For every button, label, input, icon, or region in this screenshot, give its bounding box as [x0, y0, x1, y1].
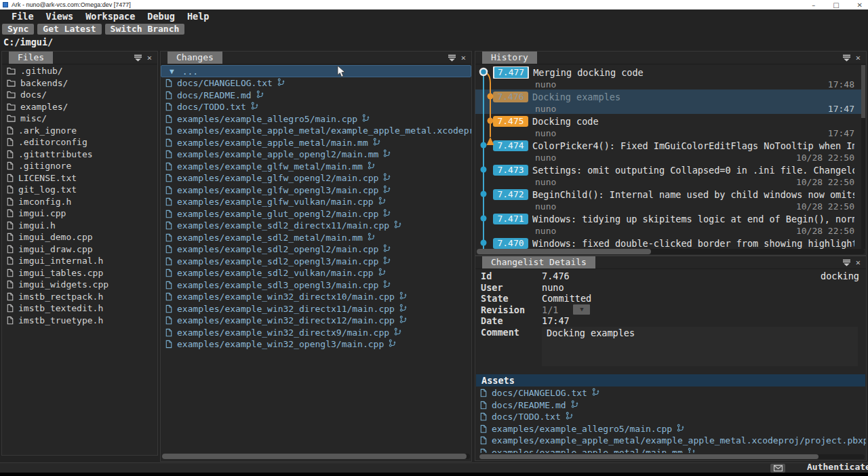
file-tree-item[interactable]: imgui_internal.h — [2, 255, 157, 267]
file-icon — [7, 161, 14, 170]
changed-file-row[interactable]: docs/CHANGELOG.txt — [475, 387, 866, 399]
changed-file-row[interactable]: examples/example_glfw_opengl2/main.cpp — [161, 172, 471, 184]
close-panel-icon[interactable]: ✕ — [461, 54, 466, 62]
changed-file-row[interactable]: examples/example_win32_directx12/main.cp… — [161, 315, 471, 327]
changed-file-row[interactable]: docs/README.md — [475, 399, 866, 412]
file-tree-item[interactable]: .editorconfig — [2, 136, 157, 148]
file-tree-item[interactable]: .ark_ignore — [2, 125, 157, 137]
file-tree-item[interactable]: .gitattributes — [2, 148, 157, 161]
changed-file-row[interactable]: examples/example_win32_opengl3/main.cpp — [161, 338, 471, 351]
changed-file-row[interactable]: examples/example_glfw_vulkan/main.cpp — [161, 196, 471, 208]
commit-row[interactable]: 7.473Settings: omit outputing Collapsed=… — [475, 163, 861, 187]
mail-icon[interactable] — [770, 464, 785, 473]
changed-file-row[interactable]: examples/example_glfw_opengl3/main.cpp — [161, 184, 471, 197]
commit-row[interactable]: 7.476Docking examplesnuno17:47 — [475, 90, 861, 114]
file-tree-item[interactable]: docs/ — [2, 89, 157, 101]
close-button[interactable]: ✕ — [857, 1, 863, 9]
filter-icon[interactable] — [134, 54, 142, 62]
commit-row[interactable]: 7.470Windows: fixed double-clicked borde… — [475, 236, 861, 249]
file-icon — [7, 316, 14, 325]
minimize-button[interactable]: – — [812, 1, 815, 9]
tab-files[interactable]: Files — [9, 52, 53, 64]
changed-file-row[interactable]: docs/TODO.txt — [475, 411, 866, 423]
commit-title: Docking examples — [532, 92, 620, 102]
changed-file-row[interactable]: docs/README.md — [161, 90, 471, 102]
get-latest-button[interactable]: Get Latest — [37, 24, 101, 35]
file-tree-item[interactable]: .gitignore — [2, 160, 157, 172]
changed-file-row[interactable]: examples/example_win32_directx11/main.cp… — [161, 303, 471, 315]
changed-file-row[interactable]: examples/example_apple_metal/main.mm — [475, 447, 866, 454]
menu-item-debug[interactable]: Debug — [141, 11, 181, 22]
filter-icon[interactable] — [842, 54, 851, 62]
menu-item-file[interactable]: File — [5, 11, 40, 22]
changed-file-row[interactable]: examples/example_glfw_metal/main.mm — [161, 161, 471, 173]
changed-file-row[interactable]: examples/example_allegro5/main.cpp — [161, 113, 471, 125]
file-tree-item[interactable]: LICENSE.txt — [2, 172, 157, 184]
close-panel-icon[interactable]: ✕ — [856, 258, 861, 266]
fork-icon — [566, 412, 574, 422]
commit-row[interactable]: 7.472BeginChild(): Internal name used by… — [475, 187, 861, 212]
changed-file-row[interactable]: examples/example_sdl2_metal/main.mm — [161, 232, 471, 244]
file-tree-item[interactable]: git_log.txt — [2, 184, 157, 196]
changed-file-row[interactable]: examples/example_glut_opengl2/main.cpp — [161, 208, 471, 220]
changed-file-row[interactable]: examples/example_apple_opengl2/main.mm — [161, 148, 471, 161]
chevron-down-icon[interactable]: ▼ — [170, 67, 174, 76]
file-tree-item[interactable]: backends/ — [2, 77, 157, 90]
changed-file-row[interactable]: examples/example_sdl2_opengl3/main.cpp — [161, 256, 471, 268]
commit-row[interactable]: 7.474ColorPicker4(): Fixed ImGuiColorEdi… — [475, 138, 861, 163]
commit-row[interactable]: 7.471Windows: tidying up skipitems logic… — [475, 212, 861, 236]
switch-branch-button[interactable]: Switch Branch — [105, 24, 185, 35]
filter-icon[interactable] — [842, 259, 851, 266]
commit-row[interactable]: 7.477Merging docking codenuno17:48 — [475, 65, 861, 90]
menu-item-views[interactable]: Views — [40, 11, 80, 22]
file-tree-item[interactable]: imstb_truetype.h — [2, 315, 157, 327]
changed-file-row[interactable]: examples/example_apple_metal/main.mm — [161, 137, 471, 149]
file-tree-item[interactable]: misc/ — [2, 113, 157, 125]
assets-hscrollbar[interactable] — [479, 454, 865, 459]
file-tree-item[interactable]: examples/ — [2, 101, 157, 113]
close-panel-icon[interactable]: ✕ — [147, 54, 152, 62]
changes-root-row[interactable]: ▼... — [161, 65, 471, 77]
changes-hscrollbar[interactable] — [162, 454, 470, 459]
detail-label: Date — [481, 315, 542, 326]
file-tree-item[interactable]: imgui_draw.cpp — [2, 243, 157, 256]
comment-field[interactable]: Docking examples — [542, 327, 858, 366]
file-icon — [165, 102, 172, 111]
changed-file-row[interactable]: examples/example_apple_metal/example_app… — [475, 435, 866, 447]
history-vscrollbar[interactable] — [861, 65, 865, 249]
tab-changes[interactable]: Changes — [167, 52, 222, 64]
file-tree-item[interactable]: imstb_rectpack.h — [2, 291, 157, 303]
menu-item-workspace[interactable]: Workspace — [79, 11, 141, 22]
file-tree-item[interactable]: imgui.h — [2, 220, 157, 232]
commit-title: Windows: fixed double-clicked border fro… — [532, 238, 854, 249]
file-tree-item[interactable]: imgui.cpp — [2, 207, 157, 220]
changed-file-row[interactable]: examples/example_sdl3_opengl3/main.cpp — [161, 279, 471, 292]
changed-file-row[interactable]: examples/example_win32_directx10/main.cp… — [161, 291, 471, 303]
file-tree-item[interactable]: imgui_tables.cpp — [2, 267, 157, 279]
changed-file-row[interactable]: examples/example_allegro5/main.cpp — [475, 423, 866, 435]
changed-file-row[interactable]: examples/example_apple_metal/example_app… — [161, 125, 471, 137]
file-icon — [7, 256, 14, 265]
sync-button[interactable]: Sync — [2, 24, 34, 35]
file-tree-item[interactable]: imgui_demo.cpp — [2, 231, 157, 243]
filter-icon[interactable] — [448, 54, 456, 62]
changed-file-row[interactable]: docs/CHANGELOG.txt — [161, 77, 471, 90]
file-tree-item[interactable]: .github/ — [2, 65, 157, 77]
maximize-button[interactable]: □ — [833, 1, 839, 9]
history-hscrollbar[interactable] — [477, 249, 865, 254]
close-panel-icon[interactable]: ✕ — [856, 54, 861, 62]
changed-file-row[interactable]: examples/example_sdl2_vulkan/main.cpp — [161, 267, 471, 279]
file-tree-item[interactable]: imgui_widgets.cpp — [2, 279, 157, 291]
file-tree-item[interactable]: imstb_textedit.h — [2, 302, 157, 315]
tab-changelist-details[interactable]: Changelist Details — [482, 256, 595, 269]
changed-file-row[interactable]: examples/example_sdl2_directx11/main.cpp — [161, 220, 471, 232]
file-name: imconfig.h — [18, 197, 71, 207]
file-tree-item[interactable]: imconfig.h — [2, 196, 157, 208]
changed-file-row[interactable]: examples/example_sdl2_opengl2/main.cpp — [161, 243, 471, 256]
commit-row[interactable]: 7.475Docking codenuno17:47 — [475, 114, 861, 138]
revision-dropdown[interactable]: ▼ — [573, 304, 590, 315]
menu-item-help[interactable]: Help — [181, 11, 216, 22]
tab-history[interactable]: History — [482, 52, 537, 64]
changed-file-row[interactable]: docs/TODO.txt — [161, 101, 471, 113]
changed-file-row[interactable]: examples/example_win32_directx9/main.cpp — [161, 327, 471, 339]
